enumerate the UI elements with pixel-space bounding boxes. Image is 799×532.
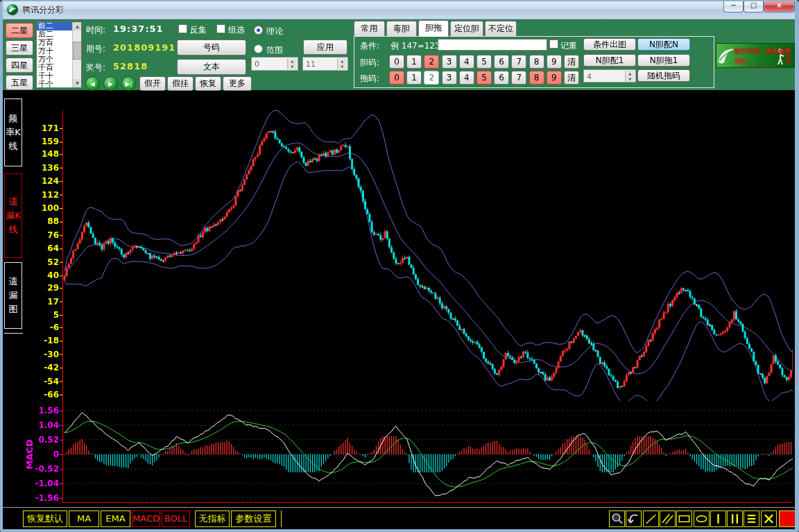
prize-label: 奖号: [86, 62, 105, 74]
indicator-button-1[interactable]: MA [69, 510, 99, 527]
fake-open-button[interactable]: 假开 [139, 76, 166, 91]
tuo-digit-8[interactable]: 8 [529, 71, 544, 85]
scroll-thumb[interactable] [73, 42, 82, 60]
condition-input[interactable] [438, 39, 547, 51]
tab-0[interactable]: 常用 [354, 21, 385, 36]
n-tuo-1-button[interactable]: N胆拖1 [637, 54, 690, 67]
dan-clear-button[interactable]: 清 [564, 55, 579, 69]
dan-digit-7[interactable]: 7 [511, 55, 526, 69]
scroll-down-icon[interactable]: ▼ [73, 79, 82, 87]
sidebar-item-2[interactable]: 遗漏图 [4, 262, 22, 329]
radio-label-0: 理论 [266, 26, 283, 37]
tuo-digit-4[interactable]: 4 [459, 71, 474, 85]
indicator-button-3[interactable]: MACD [132, 510, 160, 527]
spin-down-icon[interactable]: ▼ [338, 64, 347, 69]
indicator-button-4[interactable]: BOLL [162, 510, 190, 527]
line-icon[interactable] [643, 510, 659, 527]
checkbox-1[interactable] [216, 24, 225, 33]
scroll-up-icon[interactable]: ▲ [73, 22, 82, 31]
ellipse-icon[interactable] [694, 510, 710, 527]
sidebar-item-0[interactable]: 频率K线 [4, 98, 22, 166]
spin-up-icon[interactable]: ▲ [288, 58, 297, 64]
rectangle-icon[interactable] [676, 510, 692, 527]
list-scrollbar[interactable]: ▲ ▼ [72, 22, 81, 87]
dan-digit-2[interactable]: 2 [424, 55, 439, 69]
tuo-digit-9[interactable]: 9 [547, 71, 562, 85]
spin-up-icon[interactable]: ▲ [626, 71, 635, 76]
parallel-lines-icon[interactable] [660, 510, 676, 527]
indicator-button-5[interactable]: 无指标 [195, 510, 230, 527]
hlines-icon[interactable] [744, 510, 759, 527]
vline-icon[interactable] [710, 510, 726, 527]
dan-digit-8[interactable]: 8 [529, 55, 544, 69]
tab-4[interactable]: 不定位 [485, 21, 517, 36]
count-spinner[interactable]: 4 ▲▼ [583, 69, 636, 83]
list-item[interactable]: 千个 [37, 80, 73, 88]
restore-button[interactable]: 恢复 [195, 76, 221, 91]
close-button[interactable]: × [764, 0, 795, 12]
tuo-clear-button[interactable]: 清 [564, 71, 579, 85]
maximize-button[interactable]: □ [744, 0, 764, 12]
bottom-toolbar: 恢复默认MAEMAMACDBOLL无指标参数设置 [3, 507, 795, 529]
close-icon[interactable] [761, 510, 777, 527]
tuo-digit-6[interactable]: 6 [494, 71, 509, 85]
magnifier-icon[interactable] [609, 510, 625, 527]
condition-plot-button[interactable]: 条件出图 [583, 38, 636, 51]
kline-chart-canvas[interactable] [23, 90, 795, 507]
star-button-5[interactable]: 五星 [6, 75, 33, 90]
next-button[interactable]: ▶| [121, 76, 136, 91]
tab-3[interactable]: 定位胆 [450, 21, 483, 36]
spin-up-icon[interactable]: ▲ [338, 58, 347, 64]
color-swatch-red[interactable] [779, 510, 797, 527]
random-tuo-button[interactable]: 随机拖码 [637, 69, 690, 82]
undo-icon[interactable] [626, 510, 642, 527]
prev-button[interactable]: ◀ [85, 76, 100, 91]
dan-digit-3[interactable]: 3 [442, 55, 457, 69]
dan-digit-0[interactable]: 0 [389, 55, 404, 69]
star-button-2[interactable]: 二星 [6, 23, 33, 38]
tab-2[interactable]: 胆拖 [418, 20, 449, 37]
tuo-digit-1[interactable]: 1 [406, 71, 422, 85]
apply-button[interactable]: 应用 [303, 40, 347, 55]
radio-0[interactable] [254, 26, 263, 35]
fake-hang-button[interactable]: 假挂 [167, 76, 194, 91]
star-button-3[interactable]: 三星 [6, 40, 33, 55]
banner-line1: 软件代理、商务合作 [734, 47, 791, 56]
minimize-button[interactable]: ─ [723, 0, 744, 12]
dan-digit-6[interactable]: 6 [494, 55, 509, 69]
range-from-spinner[interactable]: 0 ▲▼ [251, 57, 298, 71]
numbers-button[interactable]: 号码 [177, 40, 246, 55]
remember-checkbox[interactable] [549, 40, 558, 49]
promo-banner[interactable]: 软件代理、商务合作 QQ：1910515001 [716, 43, 795, 68]
star-button-4[interactable]: 四星 [6, 58, 33, 73]
more-button[interactable]: 更多 [223, 76, 252, 91]
checkbox-label-0: 反集 [190, 24, 207, 36]
range-to-spinner[interactable]: 11 ▲▼ [302, 57, 348, 71]
text-button[interactable]: 文本 [177, 59, 246, 75]
indicator-button-0[interactable]: 恢复默认 [23, 510, 67, 527]
dan-digit-4[interactable]: 4 [459, 55, 474, 69]
remember-label: 记重 [560, 40, 577, 52]
app-icon[interactable] [6, 3, 19, 16]
tuo-digit-2[interactable]: 2 [424, 71, 439, 85]
indicator-button-6[interactable]: 参数设置 [231, 510, 276, 527]
checkbox-0[interactable] [178, 24, 187, 33]
spin-down-icon[interactable]: ▼ [288, 64, 297, 69]
dan-digit-1[interactable]: 1 [406, 55, 422, 69]
tuo-digit-5[interactable]: 5 [476, 71, 492, 85]
n-dan-n-button[interactable]: N胆配N [637, 38, 690, 51]
spin-down-icon[interactable]: ▼ [626, 76, 635, 82]
tuo-digit-7[interactable]: 7 [511, 71, 526, 85]
dan-digit-9[interactable]: 9 [547, 55, 562, 69]
tuo-digit-3[interactable]: 3 [442, 71, 457, 85]
n-dan-1-button[interactable]: N胆配1 [583, 54, 636, 67]
tuo-digit-0[interactable]: 0 [389, 71, 404, 85]
prize-value: 52818 [113, 61, 148, 71]
radio-1[interactable] [254, 44, 263, 53]
dan-digit-5[interactable]: 5 [476, 55, 492, 69]
double-vline-icon[interactable] [727, 510, 743, 527]
sidebar-item-1[interactable]: 遗漏K线 [4, 173, 22, 258]
play-button[interactable]: ▶ [103, 76, 118, 91]
tab-1[interactable]: 毒胆 [386, 21, 417, 36]
indicator-button-2[interactable]: EMA [101, 510, 130, 527]
